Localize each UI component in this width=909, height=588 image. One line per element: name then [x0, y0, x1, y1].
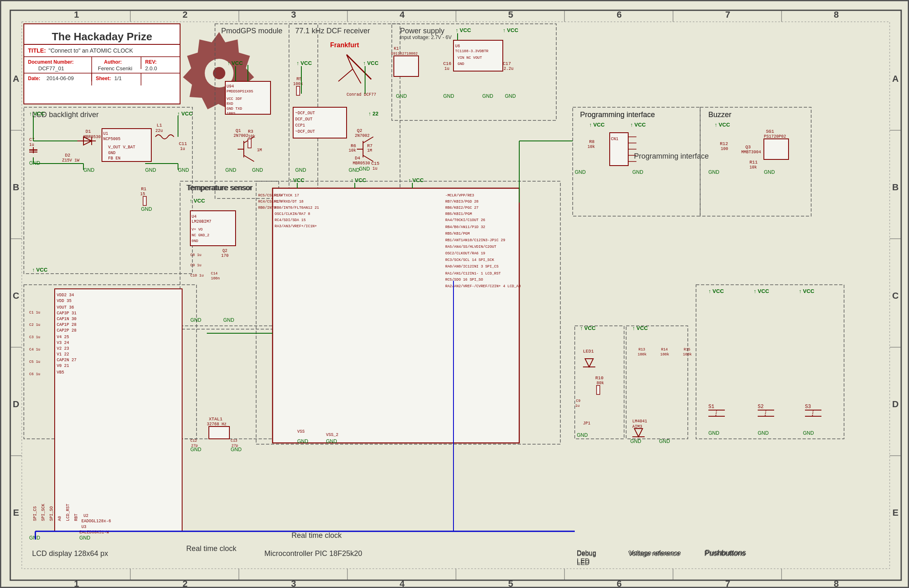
svg-text:2N7002: 2N7002	[234, 134, 248, 138]
svg-text:VDD    35: VDD 35	[57, 299, 72, 303]
svg-text:↑ VCC: ↑ VCC	[456, 27, 471, 33]
svg-text:↑ VCC: ↑ VCC	[708, 288, 724, 294]
svg-rect-24	[24, 24, 180, 104]
svg-text:Temperature sensor: Temperature sensor	[186, 184, 252, 192]
svg-text:L1: L1	[157, 123, 162, 128]
svg-text:Debug: Debug	[577, 550, 596, 557]
svg-text:100k: 100k	[683, 353, 692, 357]
svg-text:↑ VCC: ↑ VCC	[589, 122, 605, 128]
svg-text:C9 1u: C9 1u	[190, 263, 201, 267]
svg-text:SPI_SO: SPI_SO	[49, 506, 54, 521]
svg-text:C16: C16	[443, 61, 451, 66]
svg-text:RA1/AN1/C12IN1-  1 LCD_RST: RA1/AN1/C12IN1- 1 LCD_RST	[445, 272, 501, 276]
svg-text:V4     25: V4 25	[57, 335, 69, 339]
svg-text:Conrad DCF77: Conrad DCF77	[347, 92, 376, 97]
svg-text:LCD_RST: LCD_RST	[66, 504, 70, 521]
svg-text:~DCF_OUT: ~DCF_OUT	[295, 129, 315, 134]
svg-text:27p: 27p	[231, 444, 238, 448]
svg-text:AIM3: AIM3	[632, 424, 642, 429]
svg-text:27p: 27p	[191, 444, 198, 448]
svg-text:EADOGL128x-6: EADOGL128x-6	[81, 519, 111, 523]
svg-line-152	[338, 69, 353, 81]
svg-text:S3: S3	[805, 404, 811, 410]
svg-text:8: 8	[834, 579, 839, 588]
svg-text:NCP5005: NCP5005	[103, 137, 120, 141]
svg-rect-105	[102, 129, 151, 161]
svg-text:↑ VCC: ↑ VCC	[630, 122, 646, 128]
svg-text:LM4041: LM4041	[632, 419, 647, 424]
svg-text:1u: 1u	[180, 147, 185, 151]
svg-text:Debug: Debug	[577, 549, 596, 556]
svg-text:GND: GND	[178, 167, 189, 173]
svg-marker-341	[634, 429, 643, 437]
svg-text:VIN  NC  VOUT: VIN NC VOUT	[458, 56, 482, 60]
svg-text:VDD2   34: VDD2 34	[57, 293, 74, 297]
schematic-svg: The Hackaday Prize TITLE: "Connect to" a…	[1, 1, 909, 588]
svg-text:↑ VCC: ↑ VCC	[351, 177, 366, 183]
svg-text:PmodGPS module: PmodGPS module	[221, 27, 282, 35]
svg-text:4: 4	[400, 9, 405, 20]
svg-text:JP1: JP1	[583, 421, 590, 426]
svg-rect-0	[10, 10, 901, 580]
svg-text:RA2/AN2/VREF-/CVREF/C2IN+  4 L: RA2/AN2/VREF-/CVREF/C2IN+ 4 LCD_A0	[445, 284, 521, 288]
svg-text:LED: LED	[577, 558, 590, 565]
svg-text:GND: GND	[708, 430, 719, 436]
svg-rect-53	[392, 24, 556, 120]
svg-rect-220	[764, 139, 789, 159]
svg-rect-72	[696, 285, 844, 439]
svg-text:GND: GND	[141, 206, 152, 212]
svg-text:C12: C12	[190, 439, 197, 443]
svg-text:GND: GND	[223, 317, 234, 323]
svg-text:B: B	[892, 182, 899, 192]
svg-text:↑ VCC: ↑ VCC	[503, 27, 518, 33]
svg-text:RB6/KBI2/PGC  27: RB6/KBI2/PGC 27	[445, 206, 479, 210]
svg-rect-55	[573, 107, 700, 216]
svg-rect-63	[180, 326, 283, 439]
svg-text:↑ VCC: ↑ VCC	[190, 198, 205, 204]
svg-text:D1: D1	[86, 129, 91, 134]
svg-text:C: C	[892, 291, 899, 301]
svg-text:CAP2P  28: CAP2P 28	[57, 328, 76, 333]
svg-text:C17: C17	[503, 61, 511, 66]
svg-text:GND: GND	[295, 167, 306, 173]
svg-text:100: 100	[721, 147, 728, 151]
svg-text:GND: GND	[708, 169, 719, 175]
svg-line-151	[347, 55, 353, 69]
svg-text:Buzzer: Buzzer	[708, 111, 731, 119]
svg-text:↑ VCC: ↑ VCC	[363, 60, 379, 66]
svg-text:691102710002: 691102710002	[391, 52, 418, 56]
svg-text:100n: 100n	[211, 277, 220, 281]
svg-text:S2: S2	[758, 404, 763, 410]
svg-rect-59	[24, 285, 197, 439]
svg-text:LM20BIM7: LM20BIM7	[192, 219, 211, 224]
svg-text:RB5/KB1/PGM: RB5/KB1/PGM	[445, 232, 470, 236]
programming-interface-label: Programming interface	[634, 152, 709, 161]
svg-text:LED1: LED1	[583, 349, 594, 354]
svg-text:R15: R15	[684, 348, 690, 352]
svg-text:RBT: RBT	[74, 514, 79, 521]
svg-text:C13: C13	[231, 439, 237, 443]
svg-text:D: D	[13, 399, 19, 409]
svg-text:R8: R8	[589, 139, 594, 144]
svg-text:RC4/CSLF1/4: RC4/CSLF1/4	[258, 200, 282, 204]
svg-text:GND: GND	[630, 438, 641, 444]
svg-rect-205	[610, 133, 628, 166]
svg-text:GND: GND	[190, 447, 201, 452]
svg-text:PMDDS0PS1X05: PMDDS0PS1X05	[227, 90, 253, 94]
svg-text:↑ VCC: ↑ VCC	[177, 111, 193, 117]
svg-text:R6: R6	[351, 143, 356, 148]
svg-text:RC5/CSLF1/4: RC5/CSLF1/4	[258, 194, 282, 198]
svg-text:GND: GND	[505, 93, 516, 99]
svg-text:CAP1N  30: CAP1N 30	[57, 317, 76, 321]
svg-text:Buzzer: Buzzer	[708, 111, 731, 119]
svg-text:C11: C11	[179, 141, 187, 146]
svg-text:NC  GND_2: NC GND_2	[192, 233, 209, 238]
svg-text:GND: GND	[803, 430, 814, 436]
svg-text:MMBT3904: MMBT3904	[741, 150, 761, 154]
svg-text:C4 1u: C4 1u	[29, 348, 40, 352]
svg-text:4: 4	[400, 579, 405, 588]
svg-text:VSS: VSS	[297, 429, 305, 434]
svg-text:170: 170	[221, 254, 229, 258]
svg-marker-328	[585, 359, 593, 367]
svg-text:TC1108-3.3VDBTR: TC1108-3.3VDBTR	[455, 49, 489, 53]
